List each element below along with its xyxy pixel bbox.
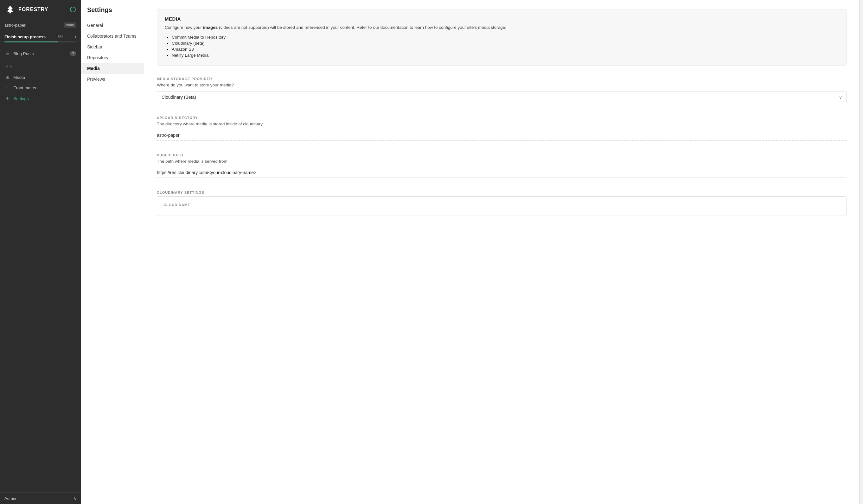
- storage-provider-section: MEDIA STORAGE PROVIDER Where do you want…: [157, 77, 847, 103]
- link-amazon-s3[interactable]: Amazon S3: [172, 47, 194, 52]
- link-netlify[interactable]: Netlify Large Media: [172, 53, 209, 57]
- status-indicator: [70, 7, 76, 12]
- settings-nav-media[interactable]: Media: [81, 63, 144, 74]
- cloudinary-settings-box: CLOUD NAME: [157, 196, 847, 216]
- sidebar: FORESTRY astro-paper main Finish setup p…: [0, 0, 81, 504]
- sidebar-item-label-media: Media: [13, 75, 25, 80]
- media-desc-part1: Configure how your: [165, 25, 203, 30]
- public-path-label: PUBLIC PATH: [157, 153, 847, 157]
- sidebar-item-media[interactable]: ⊞ Media: [0, 72, 81, 82]
- storage-provider-desc: Where do you want to store your media?: [157, 82, 847, 87]
- public-path-input[interactable]: [157, 167, 847, 178]
- public-path-desc: The path where media is served from: [157, 159, 847, 164]
- settings-icon: ✦: [4, 95, 10, 101]
- media-desc-bold: images: [203, 25, 218, 30]
- scrollbar-track[interactable]: [859, 0, 863, 504]
- branch-badge: main: [64, 23, 76, 27]
- upload-directory-label: UPLOAD DIRECTORY: [157, 116, 847, 120]
- admin-label: Admin: [4, 496, 16, 501]
- media-info-box: MEDIA Configure how your images (videos …: [157, 10, 847, 66]
- sidebar-item-label-settings: Settings: [13, 96, 29, 101]
- chevron-up-icon: ∧: [73, 496, 76, 501]
- setup-count: 3/4: [58, 35, 63, 39]
- sidebar-item-blog-posts[interactable]: ☰ Blog Posts 7: [0, 48, 81, 59]
- sidebar-item-label-blog-posts: Blog Posts: [13, 51, 34, 56]
- sidebar-item-label-front-matter: Front matter: [13, 86, 37, 90]
- repo-name: astro-paper: [4, 23, 25, 27]
- sidebar-content-section: ☰ Blog Posts 7: [0, 46, 81, 61]
- sidebar-bottom[interactable]: Admin ∧: [0, 492, 81, 504]
- settings-nav-collaborators[interactable]: Collaborators and Teams: [81, 31, 144, 41]
- storage-provider-label: MEDIA STORAGE PROVIDER: [157, 77, 847, 81]
- setup-progress-bar: [4, 41, 76, 42]
- settings-nav-general[interactable]: General: [81, 20, 144, 31]
- settings-nav-repository[interactable]: Repository: [81, 52, 144, 63]
- upload-directory-desc: The directory where media is stored insi…: [157, 121, 847, 126]
- link-commit-media[interactable]: Commit Media to Repository: [172, 35, 226, 40]
- blog-posts-badge: 7: [70, 51, 76, 56]
- repo-bar[interactable]: astro-paper main: [0, 19, 81, 31]
- settings-nav: Settings General Collaborators and Teams…: [81, 0, 144, 504]
- site-section-label: SITE: [0, 61, 81, 69]
- logo-area: FORESTRY: [5, 4, 49, 15]
- setup-progress-fill: [4, 41, 58, 42]
- settings-page-title: Settings: [81, 7, 144, 20]
- settings-nav-previews[interactable]: Previews: [81, 74, 144, 85]
- chevron-right-icon: ›: [75, 34, 76, 39]
- list-item: Netlify Large Media: [172, 53, 839, 57]
- sidebar-site-section: ⊞ Media ≡ Front matter ✦ Settings: [0, 69, 81, 106]
- cloudinary-settings-section: CLOUDINARY SETTINGS CLOUD NAME: [157, 191, 847, 216]
- list-item: Cloudinary (beta): [172, 41, 839, 46]
- list-item: Commit Media to Repository: [172, 35, 839, 40]
- logo-text: FORESTRY: [18, 7, 49, 12]
- main-area: Settings General Collaborators and Teams…: [81, 0, 863, 504]
- storage-provider-select[interactable]: Commit Media to Repository Cloudinary (B…: [157, 91, 847, 103]
- storage-provider-dropdown-wrap: Commit Media to Repository Cloudinary (B…: [157, 91, 847, 103]
- front-matter-icon: ≡: [4, 85, 10, 91]
- public-path-section: PUBLIC PATH The path where media is serv…: [157, 153, 847, 178]
- file-icon: ☰: [4, 51, 10, 56]
- settings-content-area: MEDIA Configure how your images (videos …: [144, 0, 859, 504]
- sidebar-item-front-matter[interactable]: ≡ Front matter: [0, 82, 81, 93]
- media-info-links-list: Commit Media to Repository Cloudinary (b…: [165, 35, 839, 57]
- sidebar-header: FORESTRY: [0, 0, 81, 19]
- cloud-name-label: CLOUD NAME: [163, 203, 840, 207]
- media-desc-part2: (videos are not supported) will be store…: [218, 25, 506, 30]
- setup-bar[interactable]: Finish setup process 3/4 ›: [0, 31, 81, 41]
- setup-title: Finish setup process: [4, 35, 46, 39]
- cloudinary-settings-label: CLOUDINARY SETTINGS: [157, 191, 847, 194]
- upload-directory-input[interactable]: [157, 130, 847, 141]
- media-info-description: Configure how your images (videos are no…: [165, 24, 839, 31]
- media-info-title: MEDIA: [165, 16, 839, 22]
- list-item: Amazon S3: [172, 47, 839, 52]
- sidebar-item-settings[interactable]: ✦ Settings: [0, 93, 81, 104]
- media-icon: ⊞: [4, 74, 10, 80]
- forestry-logo-icon: [5, 4, 15, 15]
- settings-nav-sidebar[interactable]: Sidebar: [81, 41, 144, 52]
- link-cloudinary[interactable]: Cloudinary (beta): [172, 41, 205, 46]
- upload-directory-section: UPLOAD DIRECTORY The directory where med…: [157, 116, 847, 141]
